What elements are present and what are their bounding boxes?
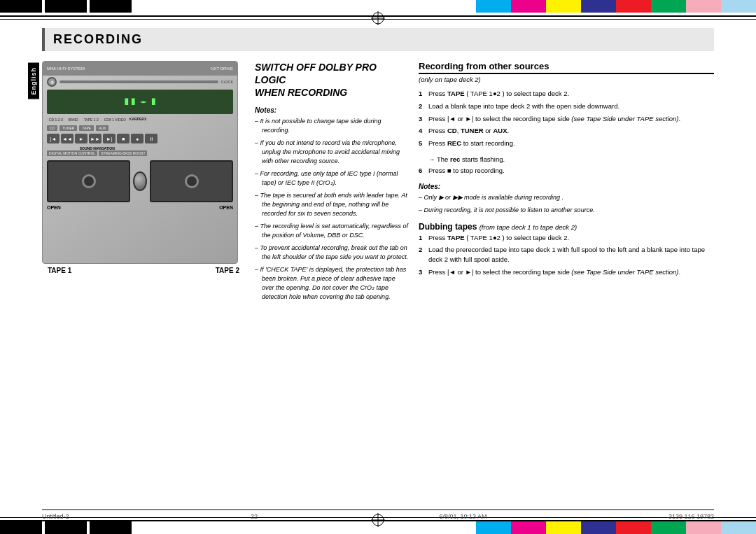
tape1-label: TAPE 1 <box>48 267 71 274</box>
dubbing-title: Dubbing tapes (from tape deck 1 to tape … <box>419 222 714 232</box>
tape2-label: TAPE 2 <box>216 267 239 274</box>
page-content: RECORDING MINI HI-FI SYSTEM NXT DRIVE ⏻ … <box>42 28 714 506</box>
switch-off-title: SWITCH OFF DOLBY PRO LOGIC WHEN RECORDIN… <box>255 61 409 99</box>
source-select-row: CD TUNER TAPE AUX <box>43 124 237 132</box>
note-item-4: – The tape is secured at both ends with … <box>255 191 409 218</box>
standby-area: ⏻ CLOCK <box>43 76 237 88</box>
bottom-filename: Untitled-2 <box>42 513 69 520</box>
device-illustration: MINI HI-FI SYSTEM NXT DRIVE ⏻ CLOCK ▐▌▐▌… <box>42 61 238 264</box>
color-bar-bottom <box>0 521 756 534</box>
step-3: 3 Press |◄ or ►| to select the recording… <box>419 114 714 124</box>
bottom-product-code: 3139 116 19782 <box>668 513 714 520</box>
note-item-3: – For recording, use only tape of IEC ty… <box>255 169 409 188</box>
recording-section-title: Recording from other sources <box>419 61 714 74</box>
sound-navigation: SOUND NAVIGATION DIGITAL MOTION CONTROL … <box>43 145 237 157</box>
dub-step-1: 1 Press TAPE ( TAPE 1●2 ) to select tape… <box>419 233 714 243</box>
step-5: 5 Press REC to start recording. <box>419 139 714 148</box>
english-tab: English <box>28 63 39 99</box>
bottom-date: 6/8/01, 10:13 AM <box>439 513 486 520</box>
middle-column: SWITCH OFF DOLBY PRO LOGIC WHEN RECORDIN… <box>255 61 409 305</box>
device-top-bar: MINI HI-FI SYSTEM NXT DRIVE <box>43 62 237 76</box>
step-6: 6 Press ■ to stop recording. <box>419 166 714 176</box>
recording-steps-list: 1 Press TAPE ( TAPE 1●2 ) to select tape… <box>419 89 714 148</box>
note-item-6: – To prevent accidental recording, break… <box>255 244 409 262</box>
notes-label: Notes: <box>255 106 409 114</box>
dubbing-section: Dubbing tapes (from tape deck 1 to tape … <box>419 222 714 277</box>
tape-reel-left <box>82 174 96 188</box>
step-2: 2 Load a blank tape into tape deck 2 wit… <box>419 101 714 111</box>
right-notes-label: Notes: <box>419 183 714 190</box>
right-notes: Notes: – Only ▶ or ▶▶ mode is available … <box>419 183 714 215</box>
note-item-7: – If 'CHECK TAPE' is displayed, the prot… <box>255 265 409 302</box>
note-item-2: – If you do not intend to record via the… <box>255 139 409 166</box>
open-labels: OPEN OPEN <box>43 205 237 210</box>
reg-mark-top <box>371 11 385 25</box>
standby-button: ⏻ <box>47 77 57 87</box>
rew-button: ◄◄ <box>61 134 74 143</box>
dub-step-2: 2 Load the prerecorded tape into tape de… <box>419 245 714 265</box>
right-column: Recording from other sources (only on ta… <box>419 61 714 305</box>
dub-step-3: 3 Press |◄ or ►| to select the recording… <box>419 267 714 277</box>
prev-button: |◄ <box>47 134 59 143</box>
playback-controls: |◄ ◄◄ ► ►► ►| ■ ● ⏸ <box>43 132 237 145</box>
bottom-page-num: 22 <box>251 513 258 520</box>
rec-button: ● <box>131 134 144 143</box>
tape-deck-1 <box>47 160 130 202</box>
recording-section-subtitle: (only on tape deck 2) <box>419 76 714 83</box>
note-item-5: – The recording level is set automatical… <box>255 222 409 240</box>
middle-notes: Notes: – It is not possible to change ta… <box>255 106 409 302</box>
center-knob-area <box>133 160 147 202</box>
right-note-1: – Only ▶ or ▶▶ mode is available during … <box>419 193 714 202</box>
bottom-bar: Untitled-2 22 6/8/01, 10:13 AM 3139 116 … <box>42 510 714 520</box>
page-title: RECORDING <box>53 32 143 46</box>
play-button: ► <box>75 134 88 143</box>
volume-knob <box>133 171 147 191</box>
tape-reel-right <box>185 174 199 188</box>
pause-button: ⏸ <box>145 134 158 143</box>
tape-labels: TAPE 1 TAPE 2 <box>42 264 245 277</box>
stop-button: ■ <box>117 134 130 143</box>
ff-button: ►► <box>89 134 102 143</box>
tape-deck-2 <box>150 160 233 202</box>
step-4: 4 Press CD, TUNER or AUX. <box>419 126 714 136</box>
device-display: ▐▌▐▌ ◄► ▐▌ <box>47 90 233 114</box>
arrow-note: → The rec starts flashing. <box>419 155 714 163</box>
right-note-2: – During recording, it is not possible t… <box>419 206 714 215</box>
step-1: 1 Press TAPE ( TAPE 1●2 ) to select tape… <box>419 89 714 99</box>
recording-steps-list-2: 6 Press ■ to stop recording. <box>419 166 714 176</box>
tape-deck-area <box>43 157 237 205</box>
main-content: MINI HI-FI SYSTEM NXT DRIVE ⏻ CLOCK ▐▌▐▌… <box>42 61 714 305</box>
source-buttons: CD 1·2·3 BAND TAPE 1·2 CD8 1 VIDEO KARPE… <box>43 115 237 124</box>
next-button: ►| <box>103 134 115 143</box>
note-item-1: – It is not possible to change tape side… <box>255 117 409 135</box>
recording-header: RECORDING <box>42 28 714 51</box>
dubbing-steps-list: 1 Press TAPE ( TAPE 1●2 ) to select tape… <box>419 233 714 277</box>
left-column: MINI HI-FI SYSTEM NXT DRIVE ⏻ CLOCK ▐▌▐▌… <box>42 61 245 305</box>
